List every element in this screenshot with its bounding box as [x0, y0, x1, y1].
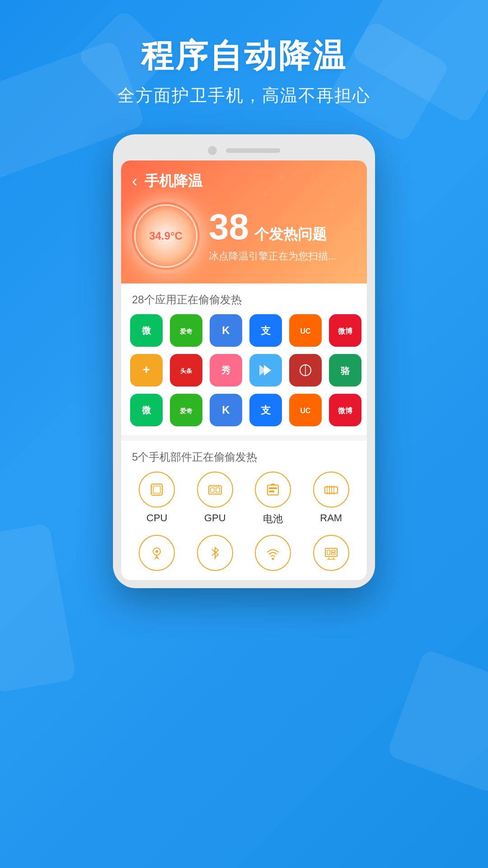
hw-item-gps[interactable] — [130, 535, 184, 571]
page-header: 程序自动降温 全方面护卫手机，高温不再担心 — [0, 0, 488, 107]
gps-icon-circle — [139, 535, 175, 571]
svg-rect-49 — [153, 486, 160, 493]
svg-point-7 — [263, 193, 267, 197]
hardware-section-label: 5个手机部件正在偷偷发热 — [121, 441, 367, 472]
hw-item-battery[interactable]: 电池 — [246, 472, 300, 526]
hardware-section: 5个手机部件正在偷偷发热 — [121, 441, 367, 580]
battery-icon — [263, 480, 283, 500]
list-item[interactable]: UC — [289, 314, 322, 347]
svg-text:微: 微 — [141, 326, 151, 335]
wifi-icon — [263, 543, 283, 563]
list-item[interactable]: 微博 — [329, 394, 361, 426]
hw-item-cpu[interactable]: CPU — [130, 472, 184, 526]
bluetooth-icon-circle — [197, 535, 233, 571]
svg-point-87 — [155, 550, 158, 553]
hw-item-wifi[interactable] — [246, 535, 300, 571]
svg-text:微: 微 — [141, 405, 151, 415]
app-screen: ‹ 手机降温 34.9°C — [121, 160, 367, 580]
svg-text:爱奇: 爱奇 — [180, 328, 193, 335]
hw-item-screen[interactable] — [305, 535, 358, 571]
list-item[interactable]: 支 — [249, 314, 282, 347]
list-item[interactable]: 支 — [249, 394, 282, 426]
list-item[interactable]: K — [210, 394, 242, 426]
list-item[interactable] — [249, 354, 282, 387]
svg-rect-73 — [325, 487, 338, 493]
gauge-inner: 34.9°C — [149, 230, 183, 242]
list-item[interactable]: UC — [289, 394, 322, 426]
gpu-icon-circle — [197, 472, 233, 508]
svg-rect-72 — [269, 491, 274, 492]
hw-item-gpu[interactable]: GPU — [188, 472, 242, 526]
svg-text:UC: UC — [300, 407, 311, 415]
svg-line-6 — [265, 178, 282, 195]
list-item[interactable]: K — [210, 314, 242, 347]
svg-text:K: K — [222, 324, 230, 336]
ram-icon-circle — [313, 472, 349, 508]
app-header: ‹ 手机降温 34.9°C — [121, 160, 367, 283]
svg-line-8 — [316, 228, 333, 237]
svg-rect-63 — [211, 488, 214, 492]
battery-icon-circle — [255, 472, 291, 508]
svg-text:UC: UC — [300, 327, 311, 335]
svg-point-0 — [320, 165, 346, 190]
svg-rect-70 — [271, 484, 275, 485]
svg-rect-69 — [267, 485, 278, 495]
hardware-icons-row1: CPU — [121, 472, 367, 530]
svg-point-89 — [272, 558, 274, 560]
list-item[interactable]: 爱奇 — [170, 394, 202, 426]
phone-body: ‹ 手机降温 34.9°C — [113, 134, 375, 588]
screen-icon — [321, 543, 341, 563]
svg-text:微博: 微博 — [338, 327, 353, 335]
svg-text:支: 支 — [260, 325, 271, 336]
bluetooth-icon — [205, 543, 225, 563]
screen-icon-circle — [313, 535, 349, 571]
wifi-icon-circle — [255, 535, 291, 571]
cpu-label: CPU — [146, 512, 167, 524]
svg-text:骆: 骆 — [340, 366, 350, 376]
list-item[interactable]: 头条 — [170, 354, 202, 387]
svg-text:支: 支 — [260, 405, 271, 416]
ram-label: RAM — [320, 512, 342, 524]
list-item[interactable]: 微 — [130, 394, 163, 426]
list-item[interactable] — [289, 354, 322, 387]
svg-rect-94 — [327, 550, 330, 555]
temp-gauge: 34.9°C — [132, 202, 200, 270]
hw-item-bluetooth[interactable] — [188, 535, 242, 571]
cpu-icon — [147, 480, 167, 500]
apps-icons-grid: 微 爱奇 K 支 UC — [121, 314, 367, 435]
svg-point-1 — [312, 160, 354, 198]
svg-text:爱奇: 爱奇 — [180, 407, 193, 415]
svg-text:K: K — [222, 404, 230, 416]
list-item[interactable]: 骆 — [329, 354, 361, 387]
gpu-icon — [205, 480, 225, 500]
phone-mockup: ‹ 手机降温 34.9°C — [0, 134, 488, 588]
list-item[interactable]: + — [130, 354, 163, 387]
ram-icon — [321, 480, 341, 500]
list-item[interactable]: 微 — [130, 314, 163, 347]
svg-rect-64 — [216, 488, 220, 492]
svg-rect-96 — [331, 553, 335, 555]
location-icon — [147, 543, 167, 563]
page-title: 程序自动降温 — [0, 36, 488, 75]
list-item[interactable]: 秀 — [210, 354, 242, 387]
phone-top-bar — [121, 142, 367, 160]
gpu-label: GPU — [204, 512, 226, 524]
temperature-value: 34.9°C — [149, 230, 183, 242]
phone-screen: ‹ 手机降温 34.9°C — [121, 160, 367, 580]
hardware-icons-row2 — [121, 530, 367, 576]
svg-rect-71 — [269, 487, 277, 489]
phone-camera — [208, 146, 217, 155]
svg-text:头条: 头条 — [180, 368, 192, 374]
phone-speaker — [226, 148, 280, 153]
page-subtitle: 全方面护卫手机，高温不再担心 — [0, 84, 488, 107]
cpu-icon-circle — [139, 472, 175, 508]
apps-section-label: 28个应用正在偷偷发热 — [121, 283, 367, 314]
apps-section: 28个应用正在偷偷发热 微 爱奇 K 支 — [121, 283, 367, 435]
svg-text:+: + — [143, 363, 150, 377]
svg-rect-95 — [331, 550, 335, 552]
list-item[interactable]: 爱奇 — [170, 314, 202, 347]
svg-text:微博: 微博 — [338, 406, 353, 415]
hw-item-ram[interactable]: RAM — [305, 472, 358, 526]
battery-label: 电池 — [263, 512, 283, 526]
list-item[interactable]: 微博 — [329, 314, 361, 347]
